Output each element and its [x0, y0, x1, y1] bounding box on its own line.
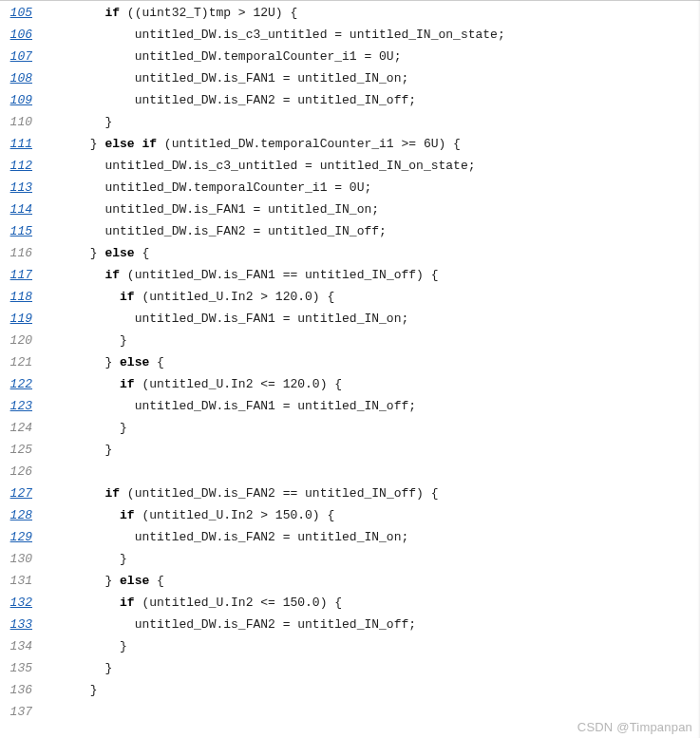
code-content[interactable]: } else { — [46, 570, 164, 592]
code-line[interactable]: 108 untitled_DW.is_FAN1 = untitled_IN_on… — [0, 67, 700, 89]
right-shadow — [692, 0, 700, 738]
code-line[interactable]: 113 untitled_DW.temporalCounter_i1 = 0U; — [0, 177, 700, 199]
line-number[interactable]: 108 — [0, 67, 46, 89]
code-content[interactable]: } else { — [46, 351, 164, 373]
code-content[interactable]: } — [46, 548, 127, 570]
line-number[interactable]: 112 — [0, 155, 46, 177]
line-number: 136 — [0, 679, 46, 701]
code-line[interactable]: 121 } else { — [0, 351, 700, 373]
line-number[interactable]: 133 — [0, 614, 46, 635]
line-number[interactable]: 128 — [0, 504, 46, 526]
code-line[interactable]: 124 } — [0, 417, 700, 439]
code-content[interactable]: } — [46, 679, 98, 701]
line-number: 120 — [0, 330, 46, 351]
code-content[interactable]: if (untitled_U.In2 <= 120.0) { — [46, 373, 342, 395]
code-line[interactable]: 115 untitled_DW.is_FAN2 = untitled_IN_of… — [0, 220, 700, 242]
line-number[interactable]: 117 — [0, 264, 46, 286]
keyword: if — [120, 290, 135, 304]
code-line[interactable]: 130 } — [0, 548, 700, 570]
line-number[interactable]: 115 — [0, 220, 46, 242]
code-content[interactable]: untitled_DW.is_FAN1 = untitled_IN_off; — [46, 395, 416, 417]
code-content[interactable]: } else if (untitled_DW.temporalCounter_i… — [46, 133, 461, 155]
code-content[interactable]: if (untitled_U.In2 > 150.0) { — [46, 504, 334, 526]
code-content[interactable]: untitled_DW.is_c3_untitled = untitled_IN… — [46, 155, 476, 177]
code-content[interactable]: } — [46, 111, 112, 133]
code-line[interactable]: 117 if (untitled_DW.is_FAN1 == untitled_… — [0, 264, 700, 286]
keyword: else — [104, 246, 134, 260]
code-line[interactable]: 129 untitled_DW.is_FAN2 = untitled_IN_on… — [0, 526, 700, 548]
line-number[interactable]: 123 — [0, 395, 46, 417]
code-line[interactable]: 119 untitled_DW.is_FAN1 = untitled_IN_on… — [0, 308, 700, 330]
line-number[interactable]: 132 — [0, 592, 46, 614]
code-line[interactable]: 114 untitled_DW.is_FAN1 = untitled_IN_on… — [0, 199, 700, 220]
code-line[interactable]: 132 if (untitled_U.In2 <= 150.0) { — [0, 592, 700, 614]
code-line[interactable]: 106 untitled_DW.is_c3_untitled = untitle… — [0, 24, 700, 46]
code-line[interactable]: 111 } else if (untitled_DW.temporalCount… — [0, 133, 700, 155]
code-content[interactable]: untitled_DW.temporalCounter_i1 = 0U; — [46, 46, 401, 67]
code-content[interactable]: if ((uint32_T)tmp > 12U) { — [46, 2, 297, 24]
code-content[interactable]: untitled_DW.is_FAN1 = untitled_IN_on; — [46, 199, 379, 220]
code-line[interactable]: 123 untitled_DW.is_FAN1 = untitled_IN_of… — [0, 395, 700, 417]
line-number[interactable]: 122 — [0, 373, 46, 395]
line-number[interactable]: 111 — [0, 133, 46, 155]
code-content[interactable]: untitled_DW.is_FAN1 = untitled_IN_on; — [46, 308, 408, 330]
line-number: 116 — [0, 242, 46, 264]
keyword: else — [120, 355, 149, 369]
code-content[interactable]: } — [46, 439, 112, 461]
code-content[interactable]: untitled_DW.is_FAN2 = untitled_IN_off; — [46, 220, 387, 242]
code-content[interactable]: untitled_DW.is_FAN2 = untitled_IN_off; — [46, 614, 416, 635]
code-line[interactable]: 112 untitled_DW.is_c3_untitled = untitle… — [0, 155, 700, 177]
line-number: 125 — [0, 439, 46, 461]
line-number[interactable]: 109 — [0, 89, 46, 111]
top-divider — [0, 0, 700, 1]
code-editor[interactable]: 105 if ((uint32_T)tmp > 12U) {106 untitl… — [0, 0, 700, 723]
code-line[interactable]: 134 } — [0, 635, 700, 657]
code-line[interactable]: 125 } — [0, 439, 700, 461]
line-number[interactable]: 107 — [0, 46, 46, 67]
code-content[interactable]: } — [46, 635, 127, 657]
code-line[interactable]: 135 } — [0, 657, 700, 679]
code-content[interactable]: } — [46, 657, 112, 679]
code-content[interactable]: } — [46, 417, 127, 439]
code-content[interactable]: if (untitled_DW.is_FAN2 == untitled_IN_o… — [46, 483, 439, 504]
line-number: 130 — [0, 548, 46, 570]
line-number[interactable]: 127 — [0, 483, 46, 504]
line-number[interactable]: 106 — [0, 24, 46, 46]
code-line[interactable]: 131 } else { — [0, 570, 700, 592]
code-line[interactable]: 107 untitled_DW.temporalCounter_i1 = 0U; — [0, 46, 700, 67]
line-number[interactable]: 114 — [0, 199, 46, 220]
code-content[interactable]: if (untitled_DW.is_FAN1 == untitled_IN_o… — [46, 264, 439, 286]
code-content[interactable]: untitled_DW.is_c3_untitled = untitled_IN… — [46, 24, 505, 46]
line-number[interactable]: 118 — [0, 286, 46, 308]
code-line[interactable]: 127 if (untitled_DW.is_FAN2 == untitled_… — [0, 483, 700, 504]
code-line[interactable]: 126 — [0, 461, 700, 483]
code-line[interactable]: 133 untitled_DW.is_FAN2 = untitled_IN_of… — [0, 614, 700, 635]
line-number: 126 — [0, 461, 46, 483]
code-line[interactable]: 136 } — [0, 679, 700, 701]
line-number: 124 — [0, 417, 46, 439]
code-line[interactable]: 120 } — [0, 330, 700, 351]
line-number[interactable]: 105 — [0, 2, 46, 24]
code-content[interactable]: if (untitled_U.In2 > 120.0) { — [46, 286, 334, 308]
code-line[interactable]: 116 } else { — [0, 242, 700, 264]
code-content[interactable]: untitled_DW.is_FAN2 = untitled_IN_on; — [46, 526, 408, 548]
line-number: 110 — [0, 111, 46, 133]
code-content[interactable]: } else { — [46, 242, 149, 264]
keyword: if — [104, 6, 120, 20]
line-number[interactable]: 119 — [0, 308, 46, 330]
keyword: if — [120, 377, 135, 391]
code-content[interactable]: } — [46, 330, 127, 351]
code-line[interactable]: 110 } — [0, 111, 700, 133]
line-number: 135 — [0, 657, 46, 679]
line-number[interactable]: 129 — [0, 526, 46, 548]
code-content[interactable]: untitled_DW.is_FAN1 = untitled_IN_on; — [46, 67, 408, 89]
code-line[interactable]: 105 if ((uint32_T)tmp > 12U) { — [0, 2, 700, 24]
code-content[interactable]: untitled_DW.is_FAN2 = untitled_IN_off; — [46, 89, 416, 111]
code-line[interactable]: 118 if (untitled_U.In2 > 120.0) { — [0, 286, 700, 308]
code-content[interactable]: untitled_DW.temporalCounter_i1 = 0U; — [46, 177, 371, 199]
code-content[interactable]: if (untitled_U.In2 <= 150.0) { — [46, 592, 342, 614]
code-line[interactable]: 122 if (untitled_U.In2 <= 120.0) { — [0, 373, 700, 395]
code-line[interactable]: 109 untitled_DW.is_FAN2 = untitled_IN_of… — [0, 89, 700, 111]
line-number[interactable]: 113 — [0, 177, 46, 199]
code-line[interactable]: 128 if (untitled_U.In2 > 150.0) { — [0, 504, 700, 526]
